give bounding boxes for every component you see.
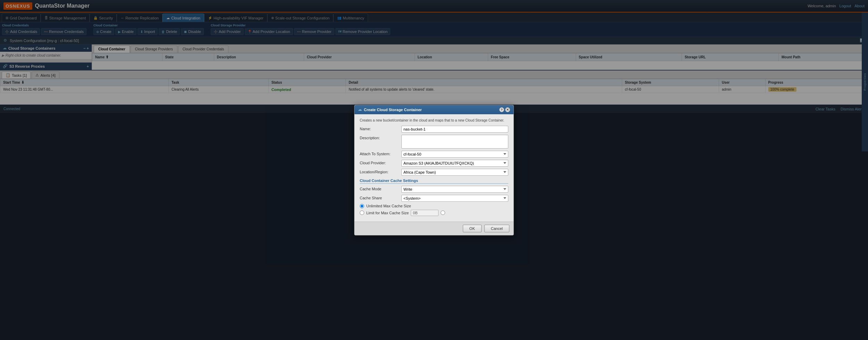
- attach-system-select[interactable]: cf-focal-50: [401, 151, 508, 158]
- form-row-description: Description:: [360, 135, 508, 149]
- cache-share-select[interactable]: <System>: [401, 195, 508, 202]
- form-row-cache-share: Cache Share <System>: [360, 195, 508, 202]
- ok-button[interactable]: OK: [463, 225, 482, 232]
- description-input[interactable]: [401, 135, 508, 149]
- limit-cache-row: Limit for Max Cache Size: [360, 210, 508, 216]
- cancel-button[interactable]: Cancel: [484, 225, 509, 232]
- modal-body: Creates a new bucket/container in the cl…: [354, 114, 514, 222]
- name-label: Name:: [360, 126, 401, 131]
- attach-system-label: Attach To System:: [360, 151, 401, 156]
- unlimited-cache-radio[interactable]: [360, 204, 364, 208]
- cache-share-label: Cache Share: [360, 195, 401, 200]
- location-select[interactable]: Africa (Cape Town): [401, 169, 508, 176]
- cache-mode-label: Cache Mode: [360, 186, 401, 191]
- modal-header: ☁ Create Cloud Storage Container ? ✕: [354, 105, 514, 114]
- limit-cache-label: Limit for Max Cache Size: [366, 211, 409, 215]
- limit-cache-radio[interactable]: [360, 210, 364, 215]
- cache-unit-radio[interactable]: [441, 210, 445, 215]
- modal-overlay: ☁ Create Cloud Storage Container ? ✕ Cre…: [0, 0, 868, 340]
- modal-header-left: ☁ Create Cloud Storage Container: [358, 107, 422, 112]
- form-row-attach-system: Attach To System: cf-focal-50: [360, 151, 508, 158]
- cache-mode-select[interactable]: Write: [401, 186, 508, 193]
- cloud-provider-label: Cloud Provider:: [360, 160, 401, 165]
- modal-close-button[interactable]: ✕: [505, 107, 510, 112]
- name-input[interactable]: [401, 126, 508, 133]
- limit-cache-input-group: Limit for Max Cache Size: [360, 210, 445, 216]
- form-row-name: Name:: [360, 126, 508, 133]
- description-label: Description:: [360, 135, 401, 140]
- create-cloud-container-modal: ☁ Create Cloud Storage Container ? ✕ Cre…: [354, 105, 514, 235]
- cloud-provider-select[interactable]: Amazon S3 (AKIAJB4JTDUIU7FQXCKQ): [401, 160, 508, 167]
- modal-footer: OK Cancel: [354, 222, 514, 235]
- modal-cloud-icon: ☁: [358, 107, 362, 112]
- form-row-cache-mode: Cache Mode Write: [360, 186, 508, 193]
- form-row-location: Location/Region: Africa (Cape Town): [360, 169, 508, 176]
- unlimited-cache-row: Unlimited Max Cache Size: [360, 204, 508, 208]
- modal-help-button[interactable]: ?: [499, 107, 504, 112]
- cache-settings-header: Cloud Container Cache Settings: [360, 179, 508, 184]
- location-label: Location/Region:: [360, 169, 401, 174]
- modal-controls: ? ✕: [499, 107, 510, 112]
- form-row-cloud-provider: Cloud Provider: Amazon S3 (AKIAJB4JTDUIU…: [360, 160, 508, 167]
- limit-cache-value-input[interactable]: [411, 210, 439, 216]
- unlimited-cache-label: Unlimited Max Cache Size: [366, 204, 411, 208]
- modal-title: Create Cloud Storage Container: [364, 108, 422, 112]
- modal-description: Creates a new bucket/container in the cl…: [360, 118, 508, 122]
